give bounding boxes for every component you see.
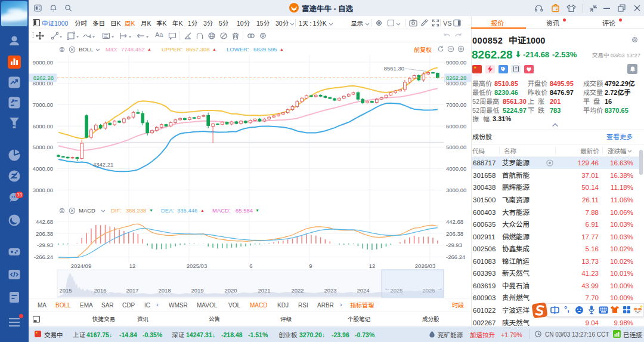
svg-text:206.38: 206.38 [446, 230, 463, 237]
svg-text:2017: 2017 [126, 287, 138, 294]
svg-text:2020: 2020 [224, 287, 237, 294]
svg-text:5000.00: 5000.00 [446, 144, 466, 150]
svg-text:442.68: 442.68 [446, 218, 463, 225]
svg-text:206.38: 206.38 [36, 230, 53, 237]
svg-text:-29.93: -29.93 [446, 242, 462, 248]
svg-text:7000.00: 7000.00 [446, 101, 466, 108]
svg-text:2016: 2016 [94, 287, 106, 294]
svg-text:2026/03: 2026/03 [415, 263, 435, 269]
svg-text:3000.00: 3000.00 [33, 187, 53, 193]
svg-text:2021: 2021 [258, 287, 270, 294]
svg-text:8262.28: 8262.28 [33, 75, 54, 81]
svg-text:←: ← [384, 284, 391, 291]
svg-text:4342.21: 4342.21 [93, 161, 113, 168]
svg-text:-266.24: -266.24 [446, 254, 465, 260]
svg-text:2023: 2023 [324, 287, 336, 294]
svg-text:12: 12 [369, 263, 376, 269]
svg-text:2022: 2022 [291, 287, 304, 294]
svg-text:5000.00: 5000.00 [33, 144, 53, 150]
svg-text:9000.00: 9000.00 [33, 59, 53, 66]
svg-text:4000.00: 4000.00 [446, 165, 466, 172]
svg-text:6000.00: 6000.00 [446, 123, 466, 130]
svg-text:8262.28: 8262.28 [446, 75, 466, 81]
svg-text:2024/09: 2024/09 [71, 263, 91, 269]
svg-text:6000.00: 6000.00 [33, 123, 53, 130]
svg-text:2015: 2015 [59, 287, 72, 294]
svg-text:2024: 2024 [357, 287, 369, 294]
svg-text:8561.30: 8561.30 [384, 65, 404, 72]
svg-text:442.68: 442.68 [36, 218, 53, 225]
svg-text:-266.24: -266.24 [34, 254, 53, 260]
svg-text:-29.93: -29.93 [37, 242, 53, 248]
svg-text:6: 6 [249, 263, 252, 269]
svg-text:3000.00: 3000.00 [446, 187, 466, 193]
svg-text:7000.00: 7000.00 [33, 101, 53, 108]
svg-text:2019: 2019 [191, 287, 203, 294]
svg-text:→: → [436, 284, 443, 291]
svg-text:4000.00: 4000.00 [33, 165, 53, 172]
svg-text:9000.00: 9000.00 [446, 59, 466, 66]
svg-text:9: 9 [309, 263, 312, 269]
svg-text:2025/03: 2025/03 [187, 263, 207, 269]
svg-text:12: 12 [129, 263, 136, 269]
svg-text:2018: 2018 [158, 287, 171, 294]
